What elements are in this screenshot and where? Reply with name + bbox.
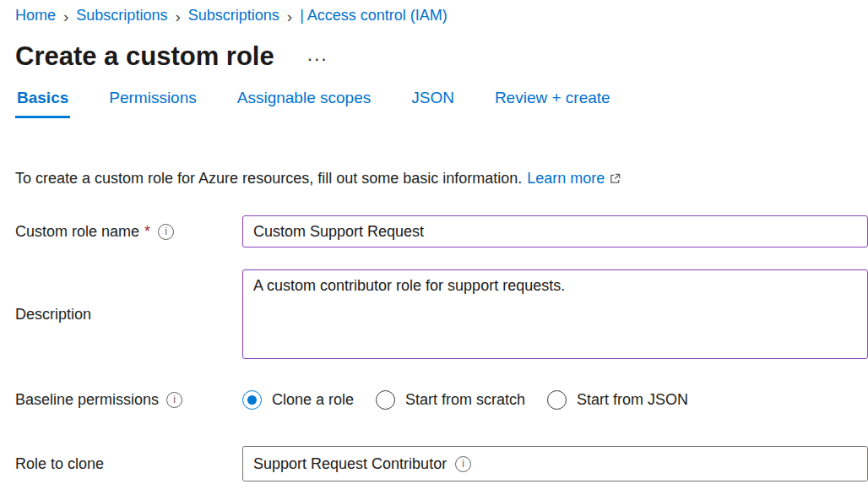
description-textarea[interactable]: A custom contributor role for support re… xyxy=(242,269,868,359)
description-label-cell: Description xyxy=(15,269,242,359)
breadcrumb-subscriptions-2[interactable]: Subscriptions xyxy=(188,7,279,24)
custom-role-name-input[interactable] xyxy=(242,215,868,248)
learn-more-link[interactable]: Learn more xyxy=(527,170,605,188)
tab-json[interactable]: JSON xyxy=(410,85,456,118)
baseline-permissions-label-cell: Baseline permissions i xyxy=(15,391,242,409)
breadcrumb-subscriptions-1[interactable]: Subscriptions xyxy=(76,7,167,24)
description-label: Description xyxy=(15,306,91,324)
breadcrumb-separator-icon: › xyxy=(287,8,292,24)
radio-clone-a-role[interactable]: Clone a role xyxy=(242,390,354,410)
page-header: Create a custom role ··· xyxy=(15,38,868,75)
info-icon[interactable]: i xyxy=(158,224,174,240)
role-to-clone-label-cell: Role to clone xyxy=(15,446,242,481)
baseline-permissions-radio-group: Clone a role Start from scratch Start fr… xyxy=(242,390,688,410)
page-title: Create a custom role xyxy=(15,38,274,75)
breadcrumb-home[interactable]: Home xyxy=(15,7,56,24)
radio-clone-a-role-label: Clone a role xyxy=(272,391,354,409)
radio-start-from-json-label: Start from JSON xyxy=(577,391,688,409)
tab-basics[interactable]: Basics xyxy=(15,85,70,118)
tab-bar: Basics Permissions Assignable scopes JSO… xyxy=(15,85,868,118)
tab-review-create[interactable]: Review + create xyxy=(493,85,612,118)
role-to-clone-label: Role to clone xyxy=(15,455,104,473)
radio-unselected-icon xyxy=(547,390,567,410)
more-menu-icon[interactable]: ··· xyxy=(308,52,329,68)
custom-role-name-label-cell: Custom role name * i xyxy=(15,215,242,248)
custom-role-name-row: Custom role name * i xyxy=(15,215,868,248)
tab-assignable-scopes[interactable]: Assignable scopes xyxy=(236,85,372,118)
external-link-icon xyxy=(609,172,621,185)
radio-start-from-scratch-label: Start from scratch xyxy=(405,391,525,409)
info-icon[interactable]: i xyxy=(166,392,182,408)
description-row: Description A custom contributor role fo… xyxy=(15,269,868,359)
create-custom-role-page: Home › Subscriptions › Subscriptions › |… xyxy=(0,0,868,495)
custom-role-name-label: Custom role name xyxy=(15,223,139,241)
radio-start-from-scratch[interactable]: Start from scratch xyxy=(376,390,525,410)
baseline-permissions-label: Baseline permissions xyxy=(15,391,159,409)
info-icon[interactable]: i xyxy=(455,456,471,472)
intro-text: To create a custom role for Azure resour… xyxy=(15,170,522,188)
breadcrumb: Home › Subscriptions › Subscriptions › |… xyxy=(15,7,868,24)
breadcrumb-separator-icon: › xyxy=(175,8,180,24)
radio-start-from-json[interactable]: Start from JSON xyxy=(547,390,688,410)
radio-unselected-icon xyxy=(376,390,395,410)
intro-section: To create a custom role for Azure resour… xyxy=(15,170,868,188)
role-to-clone-row: Role to clone Support Request Contributo… xyxy=(15,446,868,481)
tab-permissions[interactable]: Permissions xyxy=(107,85,198,118)
radio-selected-icon xyxy=(242,390,262,410)
required-asterisk: * xyxy=(144,223,150,241)
breadcrumb-separator-icon: › xyxy=(63,8,68,24)
breadcrumb-current-page: | Access control (IAM) xyxy=(300,7,448,24)
role-to-clone-select[interactable]: Support Request Contributor i xyxy=(242,446,868,481)
role-to-clone-value: Support Request Contributor xyxy=(253,455,447,473)
baseline-permissions-row: Baseline permissions i Clone a role Star… xyxy=(15,382,868,417)
